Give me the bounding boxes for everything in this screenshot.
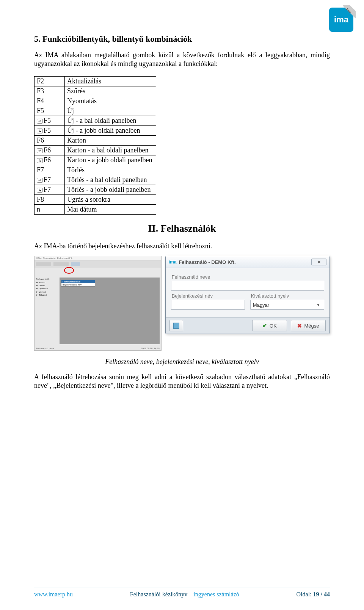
chapter-intro: Az IMA-ba történő bejelentkezéshez felha… — [34, 242, 330, 251]
key-function: Nyomtatás — [65, 96, 156, 106]
table-row: F2Aktualizálás — [35, 76, 156, 86]
ima-small-logo: ima — [169, 259, 177, 265]
key-function: Karton — [65, 135, 156, 145]
key-name: F2 — [37, 77, 44, 85]
key-name: n — [37, 205, 40, 213]
key-function: Törlés - a bal oldali panelben — [65, 175, 156, 185]
close-button[interactable]: ✕ — [311, 259, 326, 265]
direction-glyph-icon: ↳ — [37, 129, 43, 133]
cross-icon: ✖ — [297, 323, 302, 329]
ima-logo-badge: ima free — [329, 8, 353, 32]
free-ribbon: free — [343, 5, 356, 18]
table-row: F3Szűrés — [35, 86, 156, 96]
key-name: F5 — [44, 127, 51, 134]
key-function: Aktualizálás — [65, 76, 156, 86]
key-function: Törlés — [65, 165, 156, 175]
login-label: Bejelentkezési név — [172, 293, 245, 299]
key-function: Új - a bal oldali panelben — [65, 116, 156, 125]
key-function: Törlés - a jobb oldali panelben — [65, 185, 156, 194]
key-name: F5 — [44, 117, 51, 124]
chevron-down-icon: ▼ — [315, 301, 322, 309]
table-row: F6Karton — [35, 135, 156, 145]
key-function: Karton - a bal oldali panelben — [65, 145, 156, 155]
thumb-titlebar: IMA - Számlázó - Felhasználók — [35, 256, 161, 261]
key-function: Szűrés — [65, 86, 156, 96]
table-row: ↳F7Törlés - a jobb oldali panelben — [35, 185, 156, 194]
figure-caption: Felhasználó neve, bejelentkezési neve, k… — [34, 358, 330, 366]
screenshot-thumbnail: IMA - Számlázó - Felhasználók Felhasznál… — [34, 256, 162, 351]
table-row: nMai dátum — [35, 204, 156, 214]
table-row: ↵F5Új - a bal oldali panelben — [35, 116, 156, 125]
name-input[interactable] — [171, 281, 324, 291]
key-function: Ugrás a sorokra — [65, 194, 156, 204]
name-label: Felhasználó neve — [172, 274, 324, 280]
direction-glyph-icon: ↳ — [37, 158, 43, 163]
direction-glyph-icon: ↵ — [37, 178, 43, 183]
footer-page: Oldal: 19 / 44 — [297, 591, 330, 598]
shortcut-table: F2AktualizálásF3SzűrésF4NyomtatásF5Új↵F5… — [34, 76, 156, 215]
check-icon: ✔ — [262, 322, 267, 329]
key-function: Karton - a jobb oldali panelben — [65, 155, 156, 165]
key-name: F7 — [44, 186, 51, 193]
cancel-button[interactable]: ✖ Mégse — [291, 320, 326, 331]
lang-value: Magyar — [253, 302, 269, 308]
direction-glyph-icon: ↳ — [37, 188, 43, 193]
lang-label: Kiválasztott nyelv — [251, 293, 324, 299]
key-name: F6 — [37, 136, 44, 144]
key-name: F8 — [37, 196, 44, 203]
table-row: ↳F6Karton - a jobb oldali panelben — [35, 155, 156, 165]
key-function: Új — [65, 106, 156, 116]
highlight-circle — [64, 267, 74, 274]
lang-select[interactable]: Magyar ▼ — [250, 300, 324, 310]
user-dialog: ima Felhasználó - DEMO Kft. ✕ Felhasznál… — [165, 256, 330, 334]
direction-glyph-icon: ↵ — [37, 148, 43, 153]
key-function: Mai dátum — [65, 204, 156, 214]
section-heading: 5. Funkcióbillentyűk, billentyű kombinác… — [34, 34, 330, 44]
close-icon: ✕ — [317, 260, 321, 265]
key-name: F4 — [37, 97, 44, 105]
extra-button[interactable] — [169, 320, 183, 331]
page-footer: www.imaerp.hu Felhasználói kézikönyv – i… — [34, 588, 330, 598]
ok-button[interactable]: ✔ OK — [252, 320, 287, 331]
dialog-titlebar: ima Felhasználó - DEMO Kft. ✕ — [166, 256, 329, 268]
closing-paragraph: A felhasználó létrehozása során meg kell… — [34, 373, 330, 390]
footer-url: www.imaerp.hu — [34, 591, 73, 598]
key-name: F3 — [37, 87, 44, 95]
cancel-label: Mégse — [304, 323, 319, 329]
table-row: F4Nyomtatás — [35, 96, 156, 106]
table-row: ↳F5Új - a jobb oldali panelben — [35, 125, 156, 135]
key-function: Új - a jobb oldali panelben — [65, 125, 156, 135]
ok-label: OK — [270, 323, 277, 329]
disk-icon — [173, 323, 179, 329]
key-name: F5 — [37, 107, 44, 114]
login-input[interactable] — [171, 300, 245, 310]
key-name: F7 — [44, 176, 51, 183]
table-row: F5Új — [35, 106, 156, 116]
table-row: F8Ugrás a sorokra — [35, 194, 156, 204]
key-name: F6 — [44, 156, 51, 164]
key-name: F7 — [37, 166, 44, 174]
intro-paragraph: Az IMA ablakaiban megtalálható gombok kö… — [34, 51, 330, 69]
table-row: ↵F6Karton - a bal oldali panelben — [35, 145, 156, 155]
direction-glyph-icon: ↵ — [37, 119, 43, 124]
table-row: F7Törlés — [35, 165, 156, 175]
dialog-title: Felhasználó - DEMO Kft. — [179, 259, 235, 265]
table-row: ↵F7Törlés - a bal oldali panelben — [35, 175, 156, 185]
key-name: F6 — [44, 146, 51, 154]
chapter-heading: II. Felhasználók — [34, 223, 330, 234]
footer-title: Felhasználói kézikönyv – ingyenes számlá… — [130, 591, 239, 598]
